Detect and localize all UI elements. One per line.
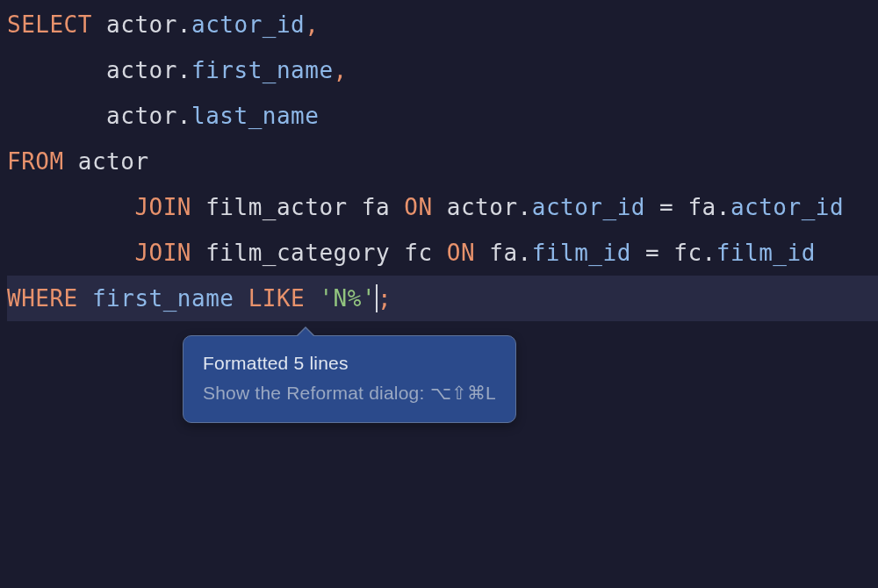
identifier: film_category fc	[205, 240, 447, 266]
code-line-current[interactable]: WHERE first_name LIKE 'N%';	[7, 276, 878, 321]
identifier: actor	[106, 11, 177, 38]
identifier: actor	[106, 57, 177, 83]
keyword-where: WHERE	[7, 285, 78, 312]
field: first_name	[191, 57, 334, 83]
code-line[interactable]: JOIN film_category fc ON fa.film_id = fc…	[7, 230, 878, 276]
identifier: fc	[673, 240, 702, 266]
keyword-on: ON	[447, 240, 475, 266]
identifier: actor	[106, 103, 177, 129]
identifier: film_actor fa	[205, 194, 404, 220]
code-editor[interactable]: SELECT actor.actor_id, actor.first_name,…	[0, 2, 878, 321]
code-line[interactable]: SELECT actor.actor_id,	[7, 2, 878, 47]
field: film_id	[532, 240, 631, 266]
code-line[interactable]: FROM actor	[7, 139, 878, 184]
keyboard-shortcut: ⌥⇧⌘L	[430, 383, 496, 403]
code-line[interactable]: JOIN film_actor fa ON actor.actor_id = f…	[7, 184, 878, 230]
keyword-select: SELECT	[7, 11, 92, 38]
tooltip-sub-text: Show the Reformat dialog:	[203, 383, 430, 403]
keyword-on: ON	[404, 194, 432, 220]
string-literal: 'N%'	[319, 285, 376, 312]
tooltip-title: Formatted 5 lines	[203, 348, 496, 378]
keyword-join: JOIN	[134, 240, 191, 266]
code-line[interactable]: actor.first_name,	[7, 47, 878, 93]
field: actor_id	[532, 194, 645, 220]
keyword-like: LIKE	[248, 285, 306, 312]
identifier: fa	[489, 240, 517, 266]
field: actor_id	[191, 11, 305, 38]
identifier: actor	[78, 148, 149, 175]
field: actor_id	[730, 194, 844, 220]
field: last_name	[191, 103, 319, 129]
reformat-tooltip[interactable]: Formatted 5 lines Show the Reformat dial…	[183, 335, 516, 423]
keyword-from: FROM	[7, 148, 64, 175]
identifier: fa	[687, 194, 716, 220]
tooltip-subtitle[interactable]: Show the Reformat dialog: ⌥⇧⌘L	[203, 378, 496, 408]
keyword-join: JOIN	[134, 194, 191, 220]
identifier: actor	[447, 194, 518, 220]
field: film_id	[716, 240, 816, 266]
code-line[interactable]: actor.last_name	[7, 93, 878, 139]
field: first_name	[92, 285, 234, 312]
